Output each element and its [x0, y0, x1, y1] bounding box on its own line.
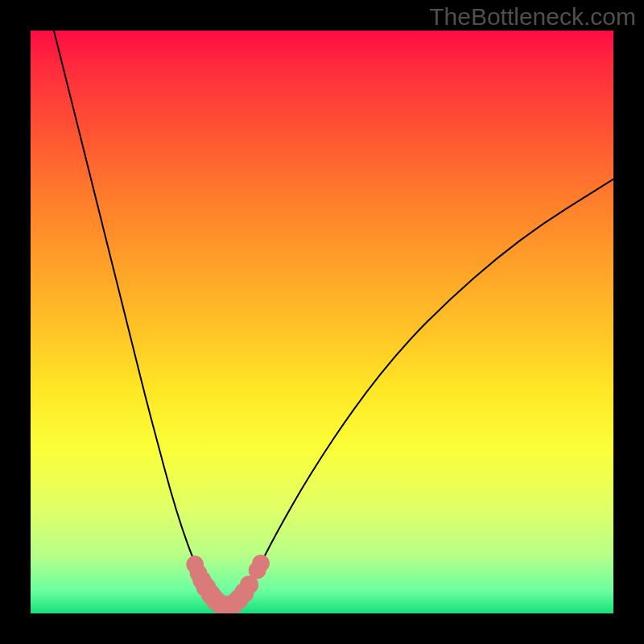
- image-root: TheBottleneck.com: [0, 0, 644, 644]
- watermark-text: TheBottleneck.com: [429, 3, 636, 31]
- plot-area: [31, 31, 613, 613]
- severity-gradient: [31, 31, 613, 613]
